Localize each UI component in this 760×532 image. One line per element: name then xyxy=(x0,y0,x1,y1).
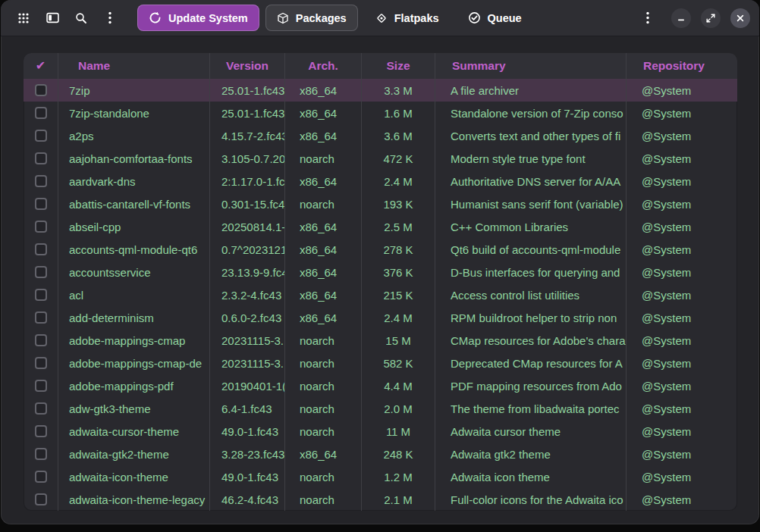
row-checkbox[interactable] xyxy=(35,448,47,460)
table-row[interactable]: adwaita-gtk2-theme 3.28-23.fc43 x86_64 2… xyxy=(24,443,737,465)
tab-label: Queue xyxy=(488,12,522,24)
primary-menu-button[interactable] xyxy=(96,5,124,32)
row-checkbox[interactable] xyxy=(35,471,47,483)
table-row[interactable]: adobe-mappings-cmap 20231115-3. noarch 1… xyxy=(24,329,737,352)
package-size: 215 K xyxy=(362,283,435,306)
update-system-icon xyxy=(149,11,162,24)
table-row[interactable]: aardvark-dns 2:1.17.0-1.fc x86_64 2.4 M … xyxy=(24,170,737,192)
secondary-menu-button[interactable] xyxy=(634,5,661,32)
sidebar-toggle-button[interactable] xyxy=(39,5,66,32)
table-row[interactable]: adwaita-cursor-theme 49.0-1.fc43 noarch … xyxy=(24,420,737,443)
package-size: 2.4 M xyxy=(362,170,435,192)
row-checkbox[interactable] xyxy=(35,221,47,233)
checkbox-cell xyxy=(24,283,58,306)
package-summary: PDF mapping resources from Ado xyxy=(435,374,627,397)
table-row[interactable]: accountsservice 23.13.9-9.fc4 x86_64 376… xyxy=(24,261,737,283)
package-arch: noarch xyxy=(285,329,362,352)
package-summary: C++ Common Libraries xyxy=(435,215,627,238)
table-row[interactable]: 7zip 25.01-1.fc43 x86_64 3.3 M A file ar… xyxy=(24,79,737,102)
table-row[interactable]: a2ps 4.15.7-2.fc43 x86_64 3.6 M Converts… xyxy=(24,124,737,147)
package-summary: Humanist sans serif font (variable) xyxy=(435,192,627,215)
checkbox-cell xyxy=(24,147,58,170)
table-row[interactable]: accounts-qml-module-qt6 0.7^2023121 x86_… xyxy=(24,238,737,261)
table-row[interactable]: adobe-mappings-pdf 20190401-1( noarch 4.… xyxy=(24,374,737,397)
close-button[interactable] xyxy=(730,8,750,28)
kebab-menu-icon xyxy=(646,11,649,24)
package-repository: @System xyxy=(627,488,737,511)
queue-check-icon xyxy=(468,11,481,24)
row-checkbox[interactable] xyxy=(35,311,47,324)
package-arch: noarch xyxy=(285,147,362,170)
table-row[interactable]: abseil-cpp 20250814.1- x86_64 2.5 M C++ … xyxy=(24,215,737,238)
column-header-name[interactable]: Name xyxy=(58,53,210,79)
row-checkbox[interactable] xyxy=(35,357,47,369)
row-checkbox[interactable] xyxy=(35,175,47,187)
table-row[interactable]: 7zip-standalone 25.01-1.fc43 x86_64 1.6 … xyxy=(24,102,737,124)
package-name: accounts-qml-module-qt6 xyxy=(58,238,210,261)
package-version: 0.301-15.fc4 xyxy=(210,192,285,215)
table-row[interactable]: add-determinism 0.6.0-2.fc43 x86_64 2.4 … xyxy=(24,306,737,329)
tab-update-system[interactable]: Update System xyxy=(137,5,259,31)
package-name: accountsservice xyxy=(58,261,210,283)
tab-label: Update System xyxy=(168,12,248,24)
checkbox-cell xyxy=(24,397,58,420)
row-checkbox[interactable] xyxy=(35,107,47,119)
content-area: ✔ Name Version Arch. Size Summary Reposi… xyxy=(1,36,759,511)
row-checkbox[interactable] xyxy=(35,402,47,415)
package-repository: @System xyxy=(627,306,737,329)
column-header-repository[interactable]: Repository xyxy=(627,53,737,79)
row-checkbox[interactable] xyxy=(35,152,47,164)
row-checkbox[interactable] xyxy=(35,198,47,210)
minimize-button[interactable] xyxy=(671,8,691,28)
checkbox-cell xyxy=(24,443,58,465)
column-header-summary[interactable]: Summary xyxy=(435,53,627,79)
package-arch: noarch xyxy=(285,352,362,374)
package-version: 3.28-23.fc43 xyxy=(210,443,285,465)
package-version: 4.15.7-2.fc43 xyxy=(210,124,285,147)
package-size: 2.0 M xyxy=(362,397,435,420)
row-checkbox[interactable] xyxy=(35,493,47,505)
table-row[interactable]: abattis-cantarell-vf-fonts 0.301-15.fc4 … xyxy=(24,192,737,215)
table-body: 7zip 25.01-1.fc43 x86_64 3.3 M A file ar… xyxy=(24,79,737,511)
table-row[interactable]: adwaita-icon-theme 49.0-1.fc43 noarch 1.… xyxy=(24,465,737,488)
package-arch: noarch xyxy=(285,465,362,488)
package-name: adwaita-icon-theme xyxy=(58,465,210,488)
column-header-version[interactable]: Version xyxy=(210,53,285,79)
row-checkbox[interactable] xyxy=(35,84,47,96)
row-checkbox[interactable] xyxy=(35,380,47,392)
apps-grid-button[interactable] xyxy=(10,5,37,32)
package-version: 6.4-1.fc43 xyxy=(210,397,285,420)
checkbox-cell xyxy=(24,420,58,443)
header-bar: Update System Packages xyxy=(1,0,759,36)
column-header-arch[interactable]: Arch. xyxy=(285,53,362,79)
maximize-button[interactable] xyxy=(701,8,721,28)
package-version: 49.0-1.fc43 xyxy=(210,465,285,488)
table-row[interactable]: adw-gtk3-theme 6.4-1.fc43 noarch 2.0 M T… xyxy=(24,397,737,420)
table-row[interactable]: aajohan-comfortaa-fonts 3.105-0.7.20 noa… xyxy=(24,147,737,170)
tab-packages[interactable]: Packages xyxy=(265,5,358,31)
package-summary: Deprecated CMap resources for A xyxy=(435,352,627,374)
table-row[interactable]: adwaita-icon-theme-legacy 46.2-4.fc43 no… xyxy=(24,488,737,511)
row-checkbox[interactable] xyxy=(35,266,47,278)
row-checkbox[interactable] xyxy=(35,243,47,255)
table-row[interactable]: adobe-mappings-cmap-de 20231115-3. noarc… xyxy=(24,352,737,374)
table-row[interactable]: acl 2.3.2-4.fc43 x86_64 215 K Access con… xyxy=(24,283,737,306)
package-repository: @System xyxy=(627,170,737,192)
tab-label: Packages xyxy=(296,12,347,24)
search-button[interactable] xyxy=(68,5,95,32)
row-checkbox[interactable] xyxy=(35,289,47,301)
row-checkbox[interactable] xyxy=(35,425,47,437)
tab-queue[interactable]: Queue xyxy=(457,5,533,31)
row-checkbox[interactable] xyxy=(35,334,47,346)
package-repository: @System xyxy=(627,124,737,147)
package-summary: Access control list utilities xyxy=(435,283,627,306)
column-header-size[interactable]: Size xyxy=(362,53,435,79)
row-checkbox[interactable] xyxy=(35,130,47,142)
package-arch: x86_64 xyxy=(285,283,362,306)
package-name: adwaita-gtk2-theme xyxy=(58,443,210,465)
package-summary: The theme from libadwaita portec xyxy=(435,397,627,420)
kebab-menu-icon xyxy=(108,11,111,24)
select-all-column-header[interactable]: ✔ xyxy=(24,53,58,79)
package-arch: noarch xyxy=(285,488,362,511)
tab-flatpaks[interactable]: Flatpaks xyxy=(364,5,451,31)
